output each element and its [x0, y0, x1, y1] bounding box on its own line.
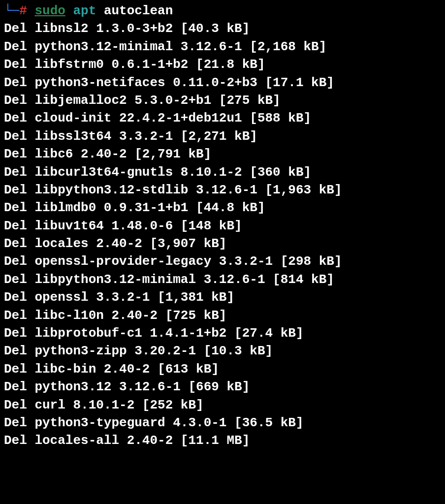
sudo-command: sudo	[34, 3, 65, 18]
deletion-line: Del libuv1t64 1.48.0-6 [148 kB]	[4, 217, 441, 235]
deletion-line: Del libcurl3t64-gnutls 8.10.1-2 [360 kB]	[4, 163, 441, 181]
deletion-line: Del libfstrm0 0.6.1-1+b2 [21.8 kB]	[4, 56, 441, 73]
deletion-line: Del libc-bin 2.40-2 [613 kB]	[4, 360, 441, 378]
command-prompt-line[interactable]: └─# sudo apt autoclean	[4, 2, 441, 20]
deletion-line: Del python3-netifaces 0.11.0-2+b3 [17.1 …	[4, 74, 441, 92]
apt-command: apt	[73, 3, 96, 18]
deletion-line: Del libprotobuf-c1 1.4.1-1+b2 [27.4 kB]	[4, 324, 441, 342]
deletion-line: Del curl 8.10.1-2 [252 kB]	[4, 396, 441, 414]
deletion-line: Del libpython3.12-minimal 3.12.6-1 [814 …	[4, 271, 441, 288]
deletion-line: Del libjemalloc2 5.3.0-2+b1 [275 kB]	[4, 92, 441, 109]
deletion-line: Del libnsl2 1.3.0-3+b2 [40.3 kB]	[4, 20, 441, 37]
deletion-line: Del python3-zipp 3.20.2-1 [10.3 kB]	[4, 342, 441, 360]
deletion-line: Del python3.12 3.12.6-1 [669 kB]	[4, 378, 441, 396]
deletion-line: Del locales-all 2.40-2 [11.1 MB]	[4, 432, 441, 449]
command-argument: autoclean	[104, 3, 173, 18]
deletion-line: Del cloud-init 22.4.2-1+deb12u1 [588 kB]	[4, 109, 441, 127]
deletion-line: Del openssl 3.3.2-1 [1,381 kB]	[4, 288, 441, 306]
deletion-line: Del libpython3.12-stdlib 3.12.6-1 [1,963…	[4, 181, 441, 199]
deletion-line: Del openssl-provider-legacy 3.3.2-1 [298…	[4, 252, 441, 270]
terminal-output: Del libnsl2 1.3.0-3+b2 [40.3 kB]Del pyth…	[4, 20, 441, 449]
deletion-line: Del locales 2.40-2 [3,907 kB]	[4, 235, 441, 252]
deletion-line: Del liblmdb0 0.9.31-1+b1 [44.8 kB]	[4, 199, 441, 217]
deletion-line: Del libssl3t64 3.3.2-1 [2,271 kB]	[4, 127, 441, 145]
deletion-line: Del libc-l10n 2.40-2 [725 kB]	[4, 307, 441, 324]
prompt-prefix: └─	[4, 3, 19, 18]
deletion-line: Del libc6 2.40-2 [2,791 kB]	[4, 145, 441, 163]
deletion-line: Del python3.12-minimal 3.12.6-1 [2,168 k…	[4, 38, 441, 56]
prompt-hash-icon: #	[19, 3, 27, 18]
deletion-line: Del python3-typeguard 4.3.0-1 [36.5 kB]	[4, 414, 441, 432]
